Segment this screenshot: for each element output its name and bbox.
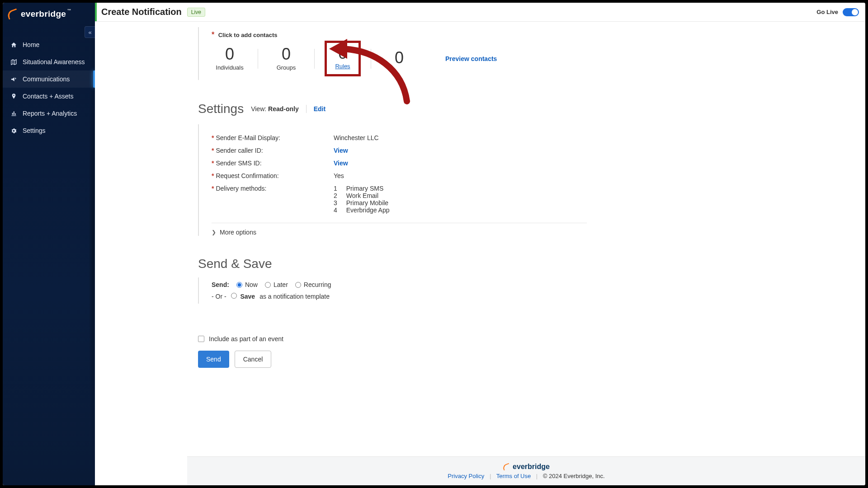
go-live-toggle-group: Go Live <box>816 8 859 16</box>
settings-label: Sender SMS ID: <box>216 160 261 167</box>
settings-label: Sender caller ID: <box>216 147 263 154</box>
settings-label: Request Confirmation: <box>216 172 278 179</box>
sidebar-item-label: Reports + Analytics <box>23 110 77 117</box>
contacts-block: * Click to add contacts 0 Individuals 0 <box>198 27 587 80</box>
sidebar-item-contacts-assets[interactable]: Contacts + Assets <box>3 88 95 105</box>
settings-row-delivery-methods: *Delivery methods: 1 Primary SMS 2 Work … <box>212 182 587 216</box>
save-template-radio[interactable]: Save <box>231 293 255 300</box>
sidebar-item-settings[interactable]: Settings <box>3 122 95 139</box>
divider <box>314 49 315 69</box>
settings-value: Winchester LLC <box>334 134 587 141</box>
divider <box>371 49 371 69</box>
brand-arc-icon <box>502 463 511 471</box>
fourth-count-value: 0 <box>381 50 417 66</box>
view-value: Read-only <box>268 105 299 113</box>
sidebar-item-communications[interactable]: Communications <box>3 70 95 88</box>
brand-logo: everbridge ™ <box>3 3 95 23</box>
go-live-label: Go Live <box>816 9 838 15</box>
topbar: Create Notification Live Go Live <box>95 3 865 22</box>
include-event-row[interactable]: Include as part of an event <box>198 335 587 343</box>
footer-brand-name: everbridge <box>513 463 550 471</box>
preview-contacts-link[interactable]: Preview contacts <box>445 55 497 62</box>
live-badge: Live <box>187 8 205 17</box>
sidebar-item-reports-analytics[interactable]: Reports + Analytics <box>3 105 95 122</box>
contacts-counts: 0 Individuals 0 Groups 0 Rules <box>212 41 587 76</box>
cancel-button[interactable]: Cancel <box>235 351 272 368</box>
settings-label: Sender E-Mail Display: <box>216 134 280 141</box>
list-item: 4 Everbridge App <box>334 206 587 214</box>
topbar-accent <box>95 3 97 21</box>
privacy-link[interactable]: Privacy Policy <box>448 473 484 479</box>
view-caller-id-link[interactable]: View <box>334 147 348 154</box>
more-options-toggle[interactable]: ❯ More options <box>212 223 587 236</box>
view-sms-id-link[interactable]: View <box>334 160 348 167</box>
settings-row-sms-id: *Sender SMS ID: View <box>212 157 587 169</box>
send-recurring-radio[interactable]: Recurring <box>295 281 331 288</box>
content: * Click to add contacts 0 Individuals 0 <box>95 22 865 485</box>
sidebar-item-label: Settings <box>23 127 46 134</box>
footer: everbridge Privacy Policy | Terms of Use… <box>187 456 865 485</box>
terms-link[interactable]: Terms of Use <box>496 473 531 479</box>
send-button[interactable]: Send <box>198 351 229 368</box>
list-item: 2 Work Email <box>334 192 587 199</box>
sendsave-heading: Send & Save <box>198 257 272 271</box>
groups-count[interactable]: 0 Groups <box>268 46 304 71</box>
footer-links: Privacy Policy | Terms of Use | © 2024 E… <box>448 473 604 479</box>
settings-heading: Settings <box>198 102 244 116</box>
individuals-count[interactable]: 0 Individuals <box>212 46 248 71</box>
fourth-count[interactable]: 0 <box>381 50 417 68</box>
groups-count-value: 0 <box>268 46 304 62</box>
settings-value: Yes <box>334 172 587 179</box>
page-title: Create Notification <box>101 7 182 17</box>
send-later-radio[interactable]: Later <box>265 281 288 288</box>
sendsave-block: Send: Now Later Recurring - Or - Save as… <box>198 277 587 304</box>
rules-count[interactable]: 0 Rules <box>325 41 361 76</box>
copyright: © 2024 Everbridge, Inc. <box>543 473 605 479</box>
footer-brand: everbridge <box>503 463 550 471</box>
delivery-methods-list: 1 Primary SMS 2 Work Email 3 Primary Mob… <box>334 185 587 214</box>
divider <box>306 105 307 113</box>
list-item: 1 Primary SMS <box>334 185 587 192</box>
settings-row-request-confirmation: *Request Confirmation: Yes <box>212 169 587 182</box>
settings-label: Delivery methods: <box>216 185 266 192</box>
sendsave-heading-row: Send & Save <box>198 257 587 271</box>
sidebar-item-situational-awareness[interactable]: Situational Awareness <box>3 53 95 70</box>
sidebar-item-label: Situational Awareness <box>23 58 85 66</box>
send-label: Send: <box>212 281 229 288</box>
send-now-radio[interactable]: Now <box>236 281 258 288</box>
settings-heading-row: Settings View: Read-only Edit <box>198 102 587 116</box>
main: Create Notification Live Go Live * Click… <box>95 3 865 485</box>
toggle-knob <box>852 9 858 15</box>
map-icon <box>10 58 17 66</box>
groups-count-label: Groups <box>268 64 304 71</box>
brand-text: everbridge ™ <box>21 9 71 19</box>
home-icon <box>10 41 17 48</box>
sidebar-item-label: Home <box>23 41 39 48</box>
list-item: 3 Primary Mobile <box>334 199 587 206</box>
chart-icon <box>10 110 17 117</box>
sidebar-nav: Home Situational Awareness Communication… <box>3 36 95 139</box>
settings-block: *Sender E-Mail Display: Winchester LLC *… <box>198 124 587 236</box>
go-live-toggle[interactable] <box>843 8 859 16</box>
sidebar-item-label: Communications <box>23 75 70 83</box>
individuals-count-label: Individuals <box>212 64 248 71</box>
sidebar-item-home[interactable]: Home <box>3 36 95 53</box>
sidebar-item-label: Contacts + Assets <box>23 93 73 100</box>
more-options-label: More options <box>220 229 256 236</box>
divider <box>258 49 258 69</box>
sidebar: everbridge ™ « Home Situational Awarenes… <box>3 3 95 485</box>
rules-count-label[interactable]: Rules <box>331 63 354 70</box>
brand-name: everbridge <box>21 9 66 19</box>
or-label: - Or - <box>212 293 226 300</box>
megaphone-icon <box>10 75 17 83</box>
chevron-right-icon: ❯ <box>212 229 216 235</box>
settings-row-caller-id: *Sender caller ID: View <box>212 144 587 157</box>
chevron-double-left-icon: « <box>88 29 91 36</box>
save-suffix-label: as a notification template <box>259 293 330 300</box>
settings-row-sender-email: *Sender E-Mail Display: Winchester LLC <box>212 131 587 144</box>
required-marker: * <box>212 31 214 38</box>
edit-settings-link[interactable]: Edit <box>314 105 326 113</box>
include-event-checkbox[interactable] <box>198 336 204 342</box>
include-event-label: Include as part of an event <box>209 335 283 343</box>
contacts-click-label[interactable]: * Click to add contacts <box>212 31 587 39</box>
